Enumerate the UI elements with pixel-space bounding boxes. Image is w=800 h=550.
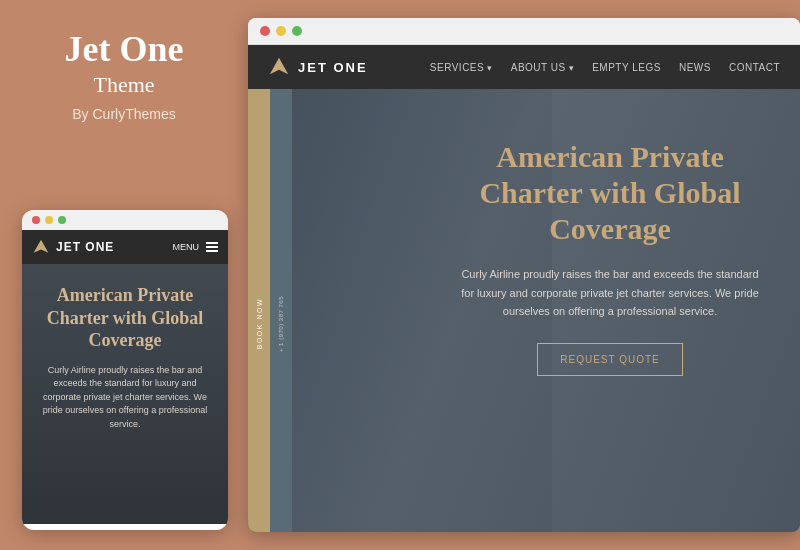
theme-byline: By CurlyThemes xyxy=(72,106,175,122)
book-now-label: BOOK NOW xyxy=(256,298,263,349)
mobile-hero-body: Curly Airline proudly raises the bar and… xyxy=(36,364,214,432)
nav-link-about[interactable]: ABOUT US xyxy=(511,62,574,73)
nav-link-empty-legs[interactable]: EMPTY LEGS xyxy=(592,62,661,73)
svg-marker-1 xyxy=(270,58,288,75)
mobile-hero: American Private Charter with Global Cov… xyxy=(22,264,228,524)
desktop-titlebar xyxy=(248,18,800,45)
mobile-dot-green xyxy=(58,216,66,224)
desktop-logo-text: JET ONE xyxy=(298,60,368,75)
phone-label: + 1 (970) 387 765 xyxy=(278,296,284,352)
desktop-dot-red xyxy=(260,26,270,36)
mobile-hero-title: American Private Charter with Global Cov… xyxy=(36,284,214,352)
desktop-nav-links: SERVICES ABOUT US EMPTY LEGS NEWS CONTAC… xyxy=(430,62,780,73)
desktop-hero-title: American Private Charter with Global Cov… xyxy=(460,139,760,247)
mobile-logo-text: JET ONE xyxy=(56,240,114,254)
left-panel: Jet One Theme By CurlyThemes JET ONE MEN… xyxy=(0,0,248,550)
desktop-logo-area: JET ONE xyxy=(268,56,368,78)
desktop-hero-content: American Private Charter with Global Cov… xyxy=(460,139,760,376)
mobile-logo-area: JET ONE xyxy=(32,238,114,256)
desktop-hero-subtitle: Curly Airline proudly raises the bar and… xyxy=(460,265,760,321)
nav-link-contact[interactable]: CONTACT xyxy=(729,62,780,73)
desktop-dot-yellow xyxy=(276,26,286,36)
desktop-dot-green xyxy=(292,26,302,36)
sidebar-strip-gold: BOOK NOW xyxy=(248,89,270,532)
mobile-menu-button[interactable]: MENU xyxy=(173,242,219,252)
mobile-titlebar xyxy=(22,210,228,230)
svg-marker-0 xyxy=(34,240,49,253)
nav-link-services[interactable]: SERVICES xyxy=(430,62,493,73)
hamburger-icon xyxy=(206,242,218,252)
mobile-dot-yellow xyxy=(45,216,53,224)
desktop-hero: BOOK NOW + 1 (970) 387 765 American Priv… xyxy=(248,89,800,532)
mobile-dot-red xyxy=(32,216,40,224)
theme-title: Jet One Theme xyxy=(65,30,184,98)
desktop-mockup: JET ONE SERVICES ABOUT US EMPTY LEGS NEW… xyxy=(248,18,800,532)
sidebar-strip-blue: + 1 (970) 387 765 xyxy=(270,89,292,532)
request-quote-button[interactable]: REQUEST QUOTE xyxy=(537,343,683,376)
mobile-logo-icon xyxy=(32,238,50,256)
desktop-navbar: JET ONE SERVICES ABOUT US EMPTY LEGS NEW… xyxy=(248,45,800,89)
mobile-menu-label: MENU xyxy=(173,242,200,252)
mobile-mockup: JET ONE MENU American Private Charter wi… xyxy=(22,210,228,530)
desktop-logo-icon xyxy=(268,56,290,78)
mobile-navbar: JET ONE MENU xyxy=(22,230,228,264)
nav-link-news[interactable]: NEWS xyxy=(679,62,711,73)
